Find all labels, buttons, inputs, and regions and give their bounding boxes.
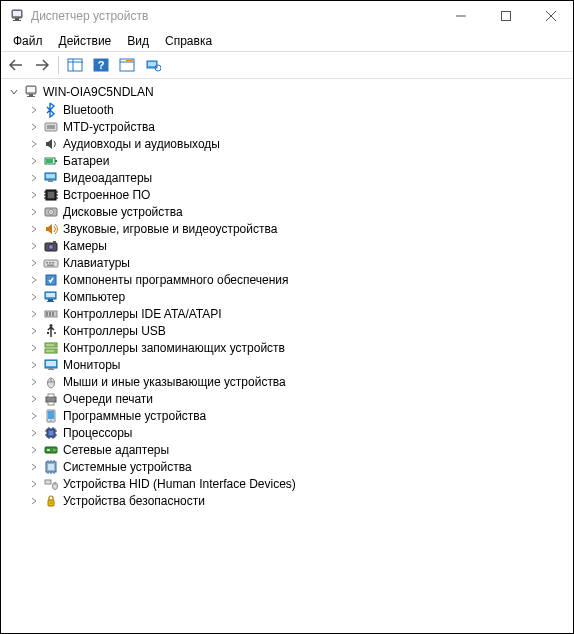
properties-button[interactable] (115, 54, 139, 76)
tree-node[interactable]: Дисковые устройства (23, 203, 571, 220)
tree-node[interactable]: Камеры (23, 237, 571, 254)
chevron-right-icon[interactable] (27, 460, 41, 474)
menu-view[interactable]: Вид (119, 32, 157, 50)
chevron-right-icon[interactable] (27, 358, 41, 372)
tree-node[interactable]: Контроллеры IDE ATA/ATAPI (23, 305, 571, 322)
tree-node-label: Процессоры (63, 426, 133, 440)
camera-icon (43, 238, 59, 254)
chevron-down-icon[interactable] (7, 85, 21, 99)
tree-node[interactable]: Встроенное ПО (23, 186, 571, 203)
chevron-right-icon[interactable] (27, 120, 41, 134)
chevron-right-icon[interactable] (27, 205, 41, 219)
tree-node[interactable]: Звуковые, игровые и видеоустройства (23, 220, 571, 237)
svg-rect-24 (47, 125, 55, 129)
minimize-button[interactable] (438, 1, 483, 31)
tree-node[interactable]: Устройства безопасности (23, 492, 571, 509)
chevron-right-icon[interactable] (27, 494, 41, 508)
chevron-right-icon[interactable] (27, 239, 41, 253)
tree-node[interactable]: Программные устройства (23, 407, 571, 424)
window-controls (438, 1, 573, 31)
tree-node-label: Устройства HID (Human Interface Devices) (63, 477, 296, 491)
tree-root-node[interactable]: WIN-OIA9C5NDLAN (3, 83, 571, 101)
tree-node[interactable]: Компоненты программного обеспечения (23, 271, 571, 288)
maximize-button[interactable] (483, 1, 528, 31)
chevron-right-icon[interactable] (27, 307, 41, 321)
tree-node-label: Очереди печати (63, 392, 153, 406)
svg-point-105 (50, 502, 52, 504)
tree-node-label: Контроллеры IDE ATA/ATAPI (63, 307, 222, 321)
chevron-right-icon[interactable] (27, 171, 41, 185)
svg-rect-20 (27, 87, 35, 92)
chevron-right-icon[interactable] (27, 103, 41, 117)
chevron-right-icon[interactable] (27, 188, 41, 202)
tree-node[interactable]: Клавиатуры (23, 254, 571, 271)
chevron-right-icon[interactable] (27, 256, 41, 270)
tree-node[interactable]: Bluetooth (23, 101, 571, 118)
chevron-right-icon[interactable] (27, 392, 41, 406)
monitor-icon (43, 357, 59, 373)
chevron-right-icon[interactable] (27, 426, 41, 440)
svg-rect-44 (53, 241, 56, 243)
show-hide-tree-button[interactable] (63, 54, 87, 76)
bluetooth-icon (43, 102, 59, 118)
mtd-icon (43, 119, 59, 135)
tree-node[interactable]: Батареи (23, 152, 571, 169)
chevron-right-icon[interactable] (27, 154, 41, 168)
svg-rect-67 (46, 361, 56, 366)
tree-node-label: Батареи (63, 154, 109, 168)
titlebar: Диспетчер устройств (1, 1, 573, 31)
audio-icon (43, 136, 59, 152)
tree-node-label: Сетевые адаптеры (63, 443, 169, 457)
tree-node[interactable]: Контроллеры запоминающих устройств (23, 339, 571, 356)
tree-node[interactable]: MTD-устройства (23, 118, 571, 135)
chevron-right-icon[interactable] (27, 443, 41, 457)
chevron-right-icon[interactable] (27, 375, 41, 389)
firmware-icon (43, 187, 59, 203)
svg-rect-17 (148, 62, 156, 66)
tree-node[interactable]: Устройства HID (Human Interface Devices) (23, 475, 571, 492)
back-button[interactable] (4, 54, 28, 76)
scan-hardware-button[interactable] (141, 54, 165, 76)
chevron-right-icon[interactable] (27, 341, 41, 355)
device-tree[interactable]: WIN-OIA9C5NDLAN BluetoothMTD-устройстваА… (1, 79, 573, 633)
tree-node[interactable]: Очереди печати (23, 390, 571, 407)
svg-rect-74 (48, 394, 54, 397)
chevron-right-icon[interactable] (27, 324, 41, 338)
tree-node[interactable]: Мыши и иные указывающие устройства (23, 373, 571, 390)
tree-node[interactable]: Системные устройства (23, 458, 571, 475)
tree-node[interactable]: Сетевые адаптеры (23, 441, 571, 458)
system-icon (43, 459, 59, 475)
tree-node[interactable]: Видеоадаптеры (23, 169, 571, 186)
tree-node-label: Клавиатуры (63, 256, 130, 270)
svg-rect-57 (49, 312, 51, 316)
chevron-right-icon[interactable] (27, 409, 41, 423)
menu-action[interactable]: Действие (51, 32, 120, 50)
mouse-icon (43, 374, 59, 390)
tree-node[interactable]: Контроллеры USB (23, 322, 571, 339)
menu-file[interactable]: Файл (5, 32, 51, 50)
chevron-right-icon[interactable] (27, 477, 41, 491)
processor-icon (43, 425, 59, 441)
tree-node[interactable]: Аудиовходы и аудиовыходы (23, 135, 571, 152)
tree-node-label: Аудиовходы и аудиовыходы (63, 137, 220, 151)
hid-icon (43, 476, 59, 492)
help-button[interactable]: ? (89, 54, 113, 76)
menu-help[interactable]: Справка (157, 32, 220, 50)
tree-node-label: Bluetooth (63, 103, 114, 117)
chevron-right-icon[interactable] (27, 222, 41, 236)
forward-button[interactable] (30, 54, 54, 76)
tree-root-label: WIN-OIA9C5NDLAN (43, 85, 154, 99)
svg-rect-1 (13, 11, 21, 16)
toolbar: ? (1, 51, 573, 79)
tree-node[interactable]: Компьютер (23, 288, 571, 305)
chevron-right-icon[interactable] (27, 290, 41, 304)
tree-node[interactable]: Процессоры (23, 424, 571, 441)
close-button[interactable] (528, 1, 573, 31)
tree-node-label: MTD-устройства (63, 120, 155, 134)
chevron-right-icon[interactable] (27, 137, 41, 151)
chevron-right-icon[interactable] (27, 273, 41, 287)
tree-node[interactable]: Мониторы (23, 356, 571, 373)
tree-node-label: Компьютер (63, 290, 125, 304)
window-title: Диспетчер устройств (31, 9, 438, 23)
keyboard-icon (43, 255, 59, 271)
